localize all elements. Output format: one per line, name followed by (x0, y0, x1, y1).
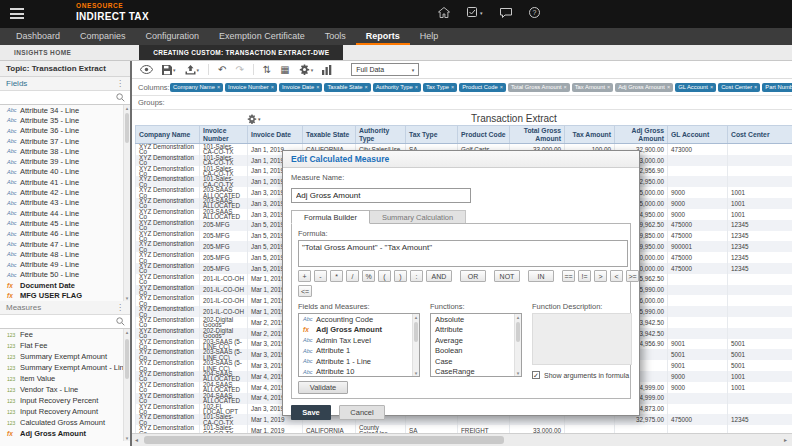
pill-remove-icon[interactable]: × (754, 84, 757, 90)
column-header[interactable]: Tax Type (406, 126, 458, 144)
dialog-field-item[interactable]: AbcAccounting Code (299, 314, 419, 325)
groups-shelf[interactable]: Groups: (132, 96, 792, 110)
measures-menu-icon[interactable]: ⋮ (116, 303, 124, 312)
scroll-down-icon[interactable]: ▾ (413, 370, 419, 376)
dialog-field-item[interactable]: AbcAttribute 10 (299, 367, 419, 378)
column-header[interactable]: Adj Gross Amount (615, 126, 668, 144)
scroll-down-icon[interactable]: ▾ (124, 295, 130, 301)
function-item[interactable]: Case (431, 356, 521, 367)
field-item[interactable]: AbcAttribute 45 - Line (0, 218, 130, 228)
field-item[interactable]: AbcAttribute 40 - Line (0, 167, 130, 177)
scrollbar-thumb[interactable] (144, 436, 504, 444)
pill-remove-icon[interactable]: × (365, 84, 368, 90)
scroll-down-icon[interactable]: ▾ (515, 370, 521, 376)
column-header[interactable]: Authority Type (356, 126, 406, 144)
field-item[interactable]: fxDocument Date (0, 280, 130, 290)
nav-item-exemption-certificate[interactable]: Exemption Certificate (209, 28, 315, 45)
measure-item[interactable]: fxAdj Gross Amount (0, 428, 130, 439)
pill-remove-icon[interactable]: × (710, 84, 713, 90)
column-header[interactable]: Cost Center (728, 126, 792, 144)
operator-button[interactable]: NOT (494, 270, 520, 282)
function-item[interactable]: Attribute (431, 325, 521, 336)
pill-remove-icon[interactable]: × (316, 84, 319, 90)
column-header[interactable]: Product Code (458, 126, 510, 144)
measures-search-input[interactable] (0, 315, 130, 329)
nav-item-reports[interactable]: Reports (356, 28, 410, 45)
field-item[interactable]: AbcAttribute 50 - Line (0, 270, 130, 280)
field-item[interactable]: AbcAttribute 41 - Line (0, 177, 130, 187)
dialog-field-item[interactable]: AbcAttribute 1 (299, 346, 419, 357)
operator-button[interactable]: AND (426, 270, 452, 282)
tab-formula-builder[interactable]: Formula Builder (291, 210, 370, 224)
validate-button[interactable]: Validate (298, 381, 348, 394)
nav-item-tools[interactable]: Tools (315, 28, 356, 45)
column-pill[interactable]: Invoice Date× (279, 83, 322, 92)
tasks-icon[interactable]: ▾ (467, 7, 483, 18)
fields-menu-icon[interactable]: ⋮ (116, 79, 124, 88)
measure-item[interactable]: 123Input Recovery Percent (0, 395, 130, 406)
pill-remove-icon[interactable]: × (415, 84, 418, 90)
column-header[interactable]: Tax Amount (565, 126, 615, 144)
field-item[interactable]: AbcAttribute 42 - Line (0, 187, 130, 197)
chat-icon[interactable] (500, 8, 512, 18)
pill-remove-icon[interactable]: × (451, 84, 454, 90)
column-header[interactable]: Taxable State (303, 126, 356, 144)
tab-insights-home[interactable]: INSIGHTS HOME (2, 45, 83, 60)
operator-button[interactable]: + (298, 270, 311, 282)
tab-creating-custom[interactable]: CREATING CUSTOM: TRANSACTION EXTRACT-DWE (139, 45, 343, 60)
column-pill[interactable]: Authority Type× (373, 83, 421, 92)
pill-remove-icon[interactable]: × (667, 84, 670, 90)
pill-remove-icon[interactable]: × (217, 84, 220, 90)
column-pill[interactable]: Product Code× (459, 83, 506, 92)
measure-item[interactable]: 123Flat Fee (0, 340, 130, 351)
function-item[interactable]: Boolean (431, 346, 521, 357)
column-pill[interactable]: Tax Amount× (572, 83, 614, 92)
measure-item[interactable]: 123Spacer (0, 439, 130, 441)
redo-icon[interactable]: ↷ (235, 65, 243, 75)
operator-button[interactable]: <= (298, 285, 312, 297)
measure-item[interactable]: 123Summary Exempt Amount (0, 351, 130, 362)
operator-button[interactable]: * (330, 270, 343, 282)
operator-button[interactable]: - (314, 270, 327, 282)
field-item[interactable]: AbcAttribute 46 - Line (0, 229, 130, 239)
save-button[interactable]: Save (291, 405, 331, 420)
column-pill[interactable]: Tax Type× (423, 83, 457, 92)
pill-remove-icon[interactable]: × (607, 84, 610, 90)
scroll-down-icon[interactable]: ▾ (124, 435, 130, 441)
column-pill[interactable]: Part Number× (762, 83, 792, 92)
dialog-field-item[interactable]: AbcAttribute 1 - Line (299, 356, 419, 367)
operator-button[interactable]: % (362, 270, 375, 282)
hamburger-menu-icon[interactable] (10, 8, 24, 22)
column-pill[interactable]: Adj Gross Amount× (615, 83, 673, 92)
export-icon[interactable]: ▾ (185, 65, 200, 75)
column-header[interactable]: Invoice Date (248, 126, 303, 144)
field-item[interactable]: AbcAttribute 36 - Line (0, 126, 130, 136)
field-item[interactable]: AbcAttribute 49 - Line (0, 259, 130, 269)
operator-button[interactable]: < (610, 270, 623, 282)
field-item[interactable]: AbcAttribute 37 - Line (0, 136, 130, 146)
column-header[interactable]: GL Account (668, 126, 728, 144)
help-icon[interactable]: ? (529, 7, 540, 18)
undo-icon[interactable]: ↶ (218, 65, 226, 75)
nav-item-help[interactable]: Help (410, 28, 449, 45)
column-pill[interactable]: Company Name× (170, 83, 223, 92)
field-item[interactable]: AbcAttribute 44 - Line (0, 208, 130, 218)
measure-item[interactable]: 123Input Recovery Amount (0, 406, 130, 417)
scroll-up-icon[interactable]: ▴ (413, 314, 419, 320)
listbox-scrollbar[interactable]: ▴▾ (412, 314, 419, 376)
nav-item-companies[interactable]: Companies (70, 28, 136, 45)
operator-button[interactable]: / (346, 270, 359, 282)
fields-search-input[interactable] (0, 91, 130, 105)
operator-button[interactable]: == (562, 270, 575, 282)
chart-icon[interactable] (322, 65, 332, 75)
tab-summary-calculation[interactable]: Summary Calculation (370, 210, 466, 224)
column-pill[interactable]: Cost Center× (718, 83, 760, 92)
pill-remove-icon[interactable]: × (500, 84, 503, 90)
column-header[interactable]: Total Gross Amount (510, 126, 565, 144)
nav-item-dashboard[interactable]: Dashboard (6, 28, 70, 45)
column-pill[interactable]: Invoice Number× (225, 83, 277, 92)
operator-button[interactable]: >= (626, 270, 639, 282)
field-item[interactable]: AbcAttribute 35 - Line (0, 115, 130, 125)
settings-gear-icon[interactable]: ▾ (299, 64, 314, 75)
home-icon[interactable] (438, 7, 450, 18)
